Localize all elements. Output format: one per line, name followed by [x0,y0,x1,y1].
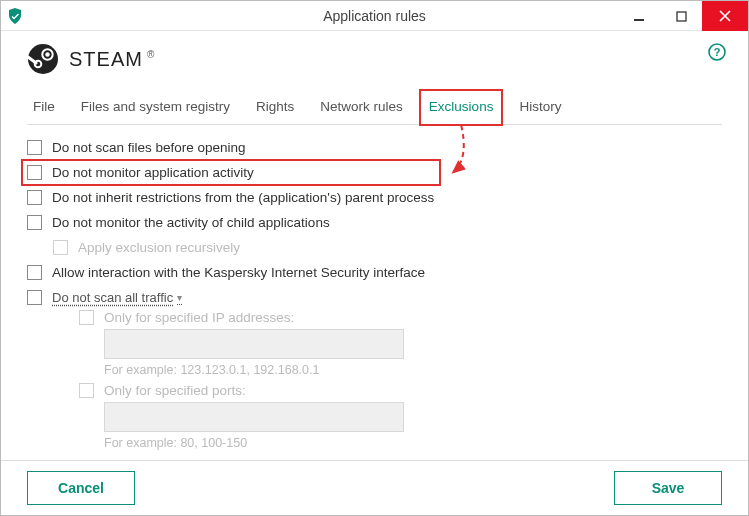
steam-logo-icon [27,43,59,75]
registered-mark: ® [147,49,154,60]
sub-only-ip: Only for specified IP addresses: For exa… [27,310,722,377]
dropdown-no-scan-all-traffic[interactable]: Do not scan all traffic ▾ [52,290,182,305]
option-apply-recursive: Apply exclusion recursively [27,235,722,260]
tab-exclusions[interactable]: Exclusions [427,93,496,124]
hint-only-ports: For example: 80, 100-150 [104,436,722,450]
tab-file[interactable]: File [31,93,57,124]
titlebar: Application rules [1,1,748,31]
window: Application rules STEAM ® ? File Files a [0,0,749,516]
label-no-scan-before-open: Do not scan files before opening [52,140,246,155]
option-no-scan-all-traffic: Do not scan all traffic ▾ [27,285,722,310]
checkbox-allow-kis-interaction[interactable] [27,265,42,280]
close-button[interactable] [702,1,748,31]
checkbox-no-monitor-child[interactable] [27,215,42,230]
input-only-ip [104,329,404,359]
checkbox-no-scan-before-open[interactable] [27,140,42,155]
sub-only-ip-row: Only for specified IP addresses: [79,310,722,325]
maximize-button[interactable] [660,1,702,31]
label-no-monitor-child: Do not monitor the activity of child app… [52,215,330,230]
checkbox-only-ip [79,310,94,325]
tab-files-registry[interactable]: Files and system registry [79,93,232,124]
label-allow-kis-interaction: Allow interaction with the Kaspersky Int… [52,265,425,280]
tab-history[interactable]: History [517,93,563,124]
checkbox-only-ports [79,383,94,398]
tabs: File Files and system registry Rights Ne… [27,93,722,125]
option-no-scan-before-open: Do not scan files before opening [27,135,722,160]
content-area: Do not scan files before opening Do not … [1,125,748,460]
tab-rights[interactable]: Rights [254,93,296,124]
window-controls [618,1,748,31]
label-only-ports: Only for specified ports: [104,383,246,398]
label-apply-recursive: Apply exclusion recursively [78,240,240,255]
option-allow-kis-interaction: Allow interaction with the Kaspersky Int… [27,260,722,285]
checkbox-no-scan-all-traffic[interactable] [27,290,42,305]
help-icon[interactable]: ? [708,43,726,61]
checkbox-apply-recursive [53,240,68,255]
sub-only-ports: Only for specified ports: For example: 8… [27,383,722,450]
footer: Cancel Save [1,460,748,515]
header: STEAM ® ? File Files and system registry… [1,31,748,125]
checkbox-no-inherit-restrictions[interactable] [27,190,42,205]
input-only-ports [104,402,404,432]
checkbox-no-monitor-activity[interactable] [27,165,42,180]
app-name: STEAM [69,48,143,71]
minimize-button[interactable] [618,1,660,31]
app-brand: STEAM ® [27,43,722,75]
option-no-inherit-restrictions: Do not inherit restrictions from the (ap… [27,185,722,210]
chevron-down-icon: ▾ [177,292,182,303]
option-no-monitor-activity: Do not monitor application activity [27,160,722,185]
label-no-scan-all-traffic: Do not scan all traffic [52,290,173,305]
hint-only-ip: For example: 123.123.0.1, 192.168.0.1 [104,363,722,377]
sub-only-ports-row: Only for specified ports: [79,383,722,398]
option-no-monitor-child: Do not monitor the activity of child app… [27,210,722,235]
svg-rect-1 [677,12,686,21]
cancel-button[interactable]: Cancel [27,471,135,505]
svg-point-6 [45,52,49,56]
save-button[interactable]: Save [614,471,722,505]
label-only-ip: Only for specified IP addresses: [104,310,294,325]
svg-text:?: ? [714,46,721,58]
shield-icon [7,8,23,24]
tab-network-rules[interactable]: Network rules [318,93,405,124]
label-no-inherit-restrictions: Do not inherit restrictions from the (ap… [52,190,434,205]
label-no-monitor-activity: Do not monitor application activity [52,165,254,180]
